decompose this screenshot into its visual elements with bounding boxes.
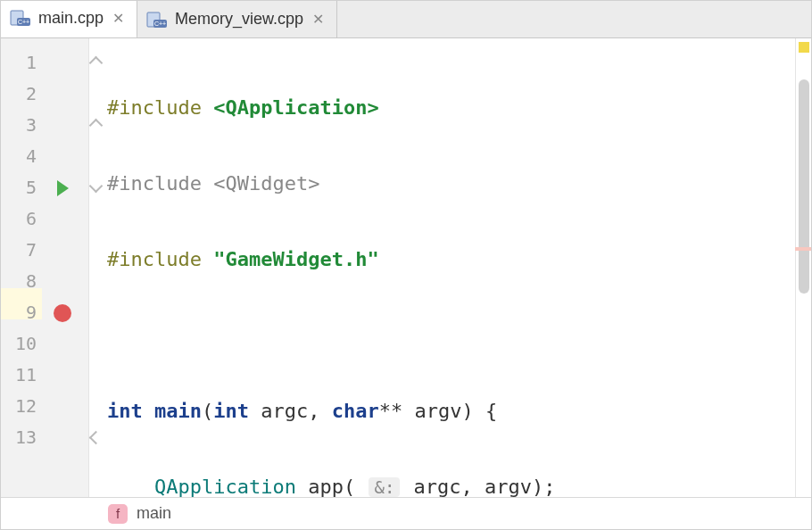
- cpp-file-icon: C++: [10, 9, 31, 27]
- tab-label: main.cpp: [38, 9, 104, 28]
- breadcrumb[interactable]: f main: [1, 497, 811, 529]
- include-target: <QApplication>: [213, 96, 378, 119]
- cpp-file-icon: C++: [146, 11, 168, 29]
- svg-text:C++: C++: [154, 21, 166, 27]
- tab-main-cpp[interactable]: C++ main.cpp ✕: [1, 1, 137, 37]
- run-icon[interactable]: [57, 180, 69, 196]
- tab-memory-view-cpp[interactable]: C++ Memory_view.cpp ✕: [137, 1, 337, 37]
- arg: argv: [485, 476, 532, 497]
- inlay-hint: &:: [369, 477, 400, 497]
- pointer-stars: **: [379, 400, 403, 422]
- fn-name: main: [154, 400, 202, 422]
- preprocessor: #include: [107, 248, 202, 270]
- preprocessor: #include: [107, 96, 202, 119]
- line-numbers: 12345678910111213: [1, 38, 42, 497]
- keyword: char: [332, 400, 379, 422]
- keyword: int: [213, 400, 249, 422]
- gutter: 12345678910111213: [1, 38, 89, 497]
- include-target: <QWidget>: [213, 172, 319, 195]
- glyph-margin[interactable]: [42, 38, 88, 497]
- code-area[interactable]: #include <QApplication> #include <QWidge…: [104, 38, 795, 497]
- keyword: int: [107, 400, 143, 422]
- breakpoint-icon[interactable]: [54, 304, 71, 322]
- breadcrumb-symbol[interactable]: main: [137, 504, 171, 523]
- code-editor[interactable]: 12345678910111213 #include <QApplication…: [1, 38, 811, 497]
- variable: app: [308, 476, 344, 497]
- function-badge-icon: f: [108, 504, 128, 524]
- preprocessor: #include: [107, 172, 202, 195]
- param: argv: [414, 400, 461, 422]
- close-icon[interactable]: ✕: [111, 10, 126, 27]
- scrollbar-thumb[interactable]: [799, 79, 809, 294]
- editor-root: C++ main.cpp ✕ C++ Memory_view.cpp ✕ 123…: [0, 0, 812, 530]
- marker[interactable]: [795, 247, 811, 251]
- overview-ruler[interactable]: [795, 38, 811, 497]
- fold-column[interactable]: [89, 38, 104, 497]
- close-icon[interactable]: ✕: [311, 11, 326, 28]
- tab-bar: C++ main.cpp ✕ C++ Memory_view.cpp ✕: [1, 1, 811, 38]
- analysis-status-icon[interactable]: [799, 42, 809, 53]
- svg-text:C++: C++: [18, 19, 29, 25]
- tab-label: Memory_view.cpp: [175, 10, 303, 29]
- param: argc: [261, 400, 308, 422]
- type: QApplication: [154, 476, 296, 497]
- include-target: "GameWidget.h": [213, 248, 378, 270]
- arg: argc: [414, 476, 461, 497]
